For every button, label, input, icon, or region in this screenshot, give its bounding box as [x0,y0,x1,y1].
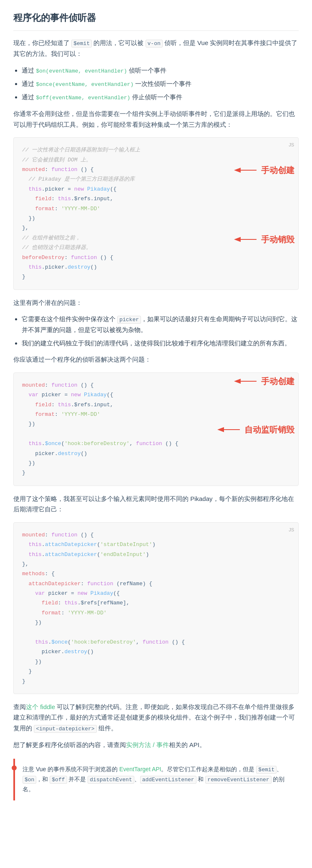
code-line: field: this.$refs.input, [22,194,290,204]
code-line: field: this.$refs[refName], [22,598,290,608]
code-line: }) [22,214,290,223]
para6: 想了解更多程序化侦听器的内容，请查阅实例方法 / 事件相关的 API。 [13,740,299,750]
para3: 你应该通过一个程序化的侦听器解决这两个问题： [13,354,299,365]
code-line: this.attachDatepicker('endDateInput') [22,550,290,559]
code-line: this.$once('hook:beforeDestroy', functio… [22,637,290,647]
code-line: this.picker.destroy() [22,262,290,272]
issue-item-2: 我们的建立代码独立于我们的清理代码，这使得我们比较难于程序化地清理我们建立的所有… [22,338,299,349]
code-line: }) [22,458,290,468]
issues-list: 它需要在这个组件实例中保存这个 picker，如果可以的话最好只有生命周期钩子可… [22,314,299,348]
code-line: format: 'YYYY-MM-DD' [22,204,290,214]
code-block-2: JS mounted: function () { var picker = n… [13,372,299,486]
js-badge-3: JS [289,526,294,534]
note-text: 注意 Vue 的事件系统不同于浏览器的 EventTarget API。尽管它们… [23,766,284,793]
para5: 查阅这个 fiddle 可以了解到完整的代码。注意，即便如此，如果你发现自己不得… [13,702,299,734]
code-line: } [22,667,290,676]
code-line: field: this.$refs.input, [22,400,290,410]
methods-list: 通过 $on(eventName, eventHandler) 侦听一个事件 通… [22,65,299,103]
arrow-icon-2 [234,234,259,245]
annotation-auto-destroy: 自动监听销毁 [217,423,294,437]
code-content-3: JS mounted: function () { this.attachDat… [13,522,299,694]
code-line: attachDatepicker: function (refName) { [22,579,290,589]
para4: 使用了这个策略，我甚至可以让多个输入框元素同时使用不同的 Pikaday，每个新… [13,493,299,515]
code-line: beforeDestroy: function () { [22,253,290,262]
arrow-icon-3 [234,375,259,387]
list-item: 通过 $once(eventName, eventHandler) 一次性侦听一… [22,78,299,89]
code-line: } [22,468,290,478]
issue-item-1: 它需要在这个组件实例中保存这个 picker，如果可以的话最好只有生命周期钩子可… [22,314,299,335]
code-line: }) [22,657,290,667]
code-line: }, [22,223,290,233]
para2: 你通常不会用到这些，但是当你需要在一个组件实例上手动侦听事件时，它们是派得上用场… [13,108,299,130]
fiddle-link[interactable]: 这个 fiddle [26,703,55,710]
page-title: 程序化的事件侦听器 [13,10,299,31]
code-line: var picker = new Pikaday({ [22,390,290,400]
code-line: this.picker = new Pikaday({ [22,184,290,194]
annotation-text-4: 自动监听销毁 [244,423,294,437]
code-line: this.$once('hook:beforeDestroy', functio… [22,439,290,448]
code-line: methods: { [22,569,290,579]
list-item: 通过 $off(eventName, eventHandler) 停止侦听一个事… [22,92,299,103]
issues-intro: 这里有两个潜在的问题： [13,297,299,308]
arrow-icon-1 [234,164,259,176]
code-line: }, [22,559,290,569]
code-line: }) [22,618,290,627]
list-item: 通过 $on(eventName, eventHandler) 侦听一个事件 [22,65,299,76]
code-line: picker.destroy() [22,449,290,458]
annotation-manual-create-2: 手动创建 [234,374,294,388]
code-line: format: 'YYYY-MM-DD' [22,410,290,419]
code-line: // 一次性将这个日期选择器附加到一个输入框上 [22,145,290,155]
event-target-link[interactable]: EventTarget API [119,766,161,772]
note-box: 注意 Vue 的事件系统不同于浏览器的 EventTarget API。尽管它们… [13,759,299,800]
code-content-1: JS // 一次性将这个日期选择器附加到一个输入框上 // 它会被挂载到 DOM… [13,137,299,289]
code-line: } [22,272,290,282]
annotation-text-3: 手动创建 [261,374,294,388]
code-line [22,628,290,637]
annotation-manual-create: 手动创建 [234,163,294,177]
code-line: var picker = new Pikaday({ [22,589,290,598]
code-line: this.attachDatepicker('startDateInput') [22,540,290,549]
code-block-1: JS // 一次性将这个日期选择器附加到一个输入框上 // 它会被挂载到 DOM… [13,137,299,289]
code-block-3: JS mounted: function () { this.attachDat… [13,522,299,694]
note-dot [12,765,17,770]
js-badge: JS [289,141,294,149]
api-link[interactable]: 实例方法 / 事件 [126,741,169,748]
code-line: } [22,677,290,686]
annotation-manual-destroy: 手动销毁 [234,232,294,247]
arrow-icon-4 [217,424,242,435]
code-line: picker.destroy() [22,647,290,657]
intro-paragraph: 现在，你已经知道了 $emit 的用法，它可以被 v-on 侦听，但是 Vue … [13,38,299,59]
code-line: mounted: function () { [22,530,290,540]
annotation-text-2: 手动销毁 [261,232,294,247]
annotation-text-1: 手动创建 [261,163,294,177]
code-line: format: 'YYYY-MM-DD' [22,608,290,618]
